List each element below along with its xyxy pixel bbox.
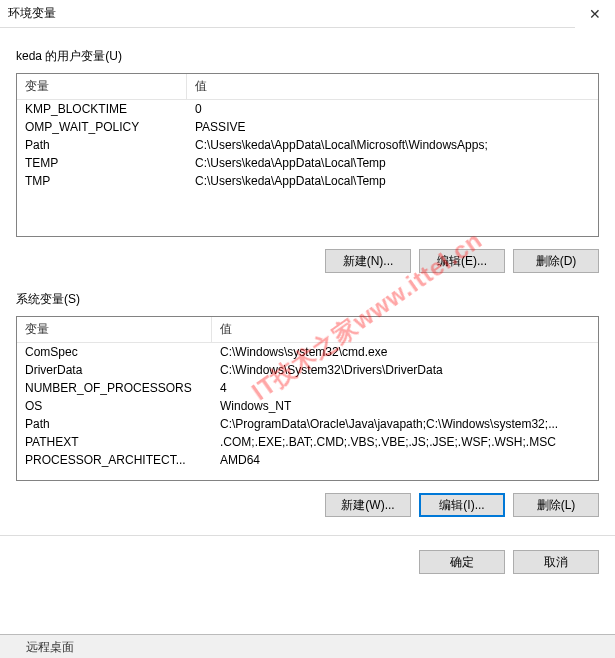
system-vars-header: 变量 值 [17,317,598,343]
var-name-cell: KMP_BLOCKTIME [17,100,187,118]
var-value-cell: PASSIVE [187,118,598,136]
table-row[interactable]: PROCESSOR_ARCHITECT...AMD64 [17,451,598,469]
close-icon: ✕ [589,6,601,22]
ok-button[interactable]: 确定 [419,550,505,574]
sys-new-button[interactable]: 新建(W)... [325,493,411,517]
user-col-value[interactable]: 值 [187,74,598,99]
user-delete-button[interactable]: 删除(D) [513,249,599,273]
var-name-cell: Path [17,136,187,154]
var-value-cell: C:\Users\keda\AppData\Local\Temp [187,154,598,172]
titlebar: 环境变量 ✕ [0,0,615,28]
var-name-cell: DriverData [17,361,212,379]
separator [0,535,615,536]
table-row[interactable]: OSWindows_NT [17,397,598,415]
system-vars-buttons: 新建(W)... 编辑(I)... 删除(L) [16,493,599,517]
table-row[interactable]: DriverDataC:\Windows\System32\Drivers\Dr… [17,361,598,379]
user-vars-buttons: 新建(N)... 编辑(E)... 删除(D) [16,249,599,273]
var-value-cell: .COM;.EXE;.BAT;.CMD;.VBS;.VBE;.JS;.JSE;.… [212,433,598,451]
user-vars-body: KMP_BLOCKTIME0OMP_WAIT_POLICYPASSIVEPath… [17,100,598,190]
var-value-cell: Windows_NT [212,397,598,415]
table-row[interactable]: TMPC:\Users\keda\AppData\Local\Temp [17,172,598,190]
var-value-cell: C:\Windows\System32\Drivers\DriverData [212,361,598,379]
user-col-name[interactable]: 变量 [17,74,187,99]
cancel-button[interactable]: 取消 [513,550,599,574]
user-vars-header: 变量 值 [17,74,598,100]
var-name-cell: NUMBER_OF_PROCESSORS [17,379,212,397]
system-vars-body: ComSpecC:\Windows\system32\cmd.exeDriver… [17,343,598,469]
table-row[interactable]: PathC:\Users\keda\AppData\Local\Microsof… [17,136,598,154]
content-area: keda 的用户变量(U) 变量 值 KMP_BLOCKTIME0OMP_WAI… [0,28,615,574]
var-name-cell: PROCESSOR_ARCHITECT... [17,451,212,469]
user-vars-label: keda 的用户变量(U) [16,48,599,65]
table-row[interactable]: PATHEXT.COM;.EXE;.BAT;.CMD;.VBS;.VBE;.JS… [17,433,598,451]
table-row[interactable]: NUMBER_OF_PROCESSORS4 [17,379,598,397]
var-value-cell: AMD64 [212,451,598,469]
var-name-cell: PATHEXT [17,433,212,451]
var-name-cell: OMP_WAIT_POLICY [17,118,187,136]
sys-col-name[interactable]: 变量 [17,317,212,342]
var-value-cell: 4 [212,379,598,397]
system-vars-table[interactable]: 变量 值 ComSpecC:\Windows\system32\cmd.exeD… [16,316,599,481]
var-name-cell: TEMP [17,154,187,172]
table-row[interactable]: ComSpecC:\Windows\system32\cmd.exe [17,343,598,361]
var-name-cell: TMP [17,172,187,190]
table-row[interactable]: OMP_WAIT_POLICYPASSIVE [17,118,598,136]
user-edit-button[interactable]: 编辑(E)... [419,249,505,273]
table-row[interactable]: TEMPC:\Users\keda\AppData\Local\Temp [17,154,598,172]
close-button[interactable]: ✕ [575,0,615,28]
var-value-cell: C:\Users\keda\AppData\Local\Temp [187,172,598,190]
var-value-cell: 0 [187,100,598,118]
sys-edit-button[interactable]: 编辑(I)... [419,493,505,517]
sys-col-value[interactable]: 值 [212,317,598,342]
parent-window-fragment: 远程桌面 [0,634,615,658]
var-value-cell: C:\ProgramData\Oracle\Java\javapath;C:\W… [212,415,598,433]
user-vars-table[interactable]: 变量 值 KMP_BLOCKTIME0OMP_WAIT_POLICYPASSIV… [16,73,599,237]
window-title: 环境变量 [8,5,56,22]
table-row[interactable]: PathC:\ProgramData\Oracle\Java\javapath;… [17,415,598,433]
var-value-cell: C:\Windows\system32\cmd.exe [212,343,598,361]
user-new-button[interactable]: 新建(N)... [325,249,411,273]
var-name-cell: Path [17,415,212,433]
var-name-cell: OS [17,397,212,415]
system-vars-label: 系统变量(S) [16,291,599,308]
var-name-cell: ComSpec [17,343,212,361]
dialog-buttons: 确定 取消 [16,550,599,574]
table-row[interactable]: KMP_BLOCKTIME0 [17,100,598,118]
var-value-cell: C:\Users\keda\AppData\Local\Microsoft\Wi… [187,136,598,154]
sys-delete-button[interactable]: 删除(L) [513,493,599,517]
